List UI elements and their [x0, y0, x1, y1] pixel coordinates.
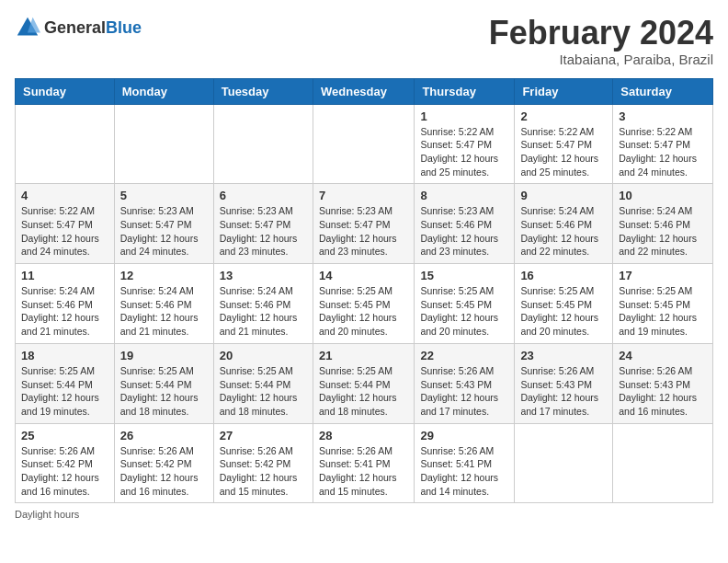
day-number: 13 — [220, 269, 307, 282]
day-number: 12 — [120, 269, 208, 282]
day-info: Sunrise: 5:24 AM Sunset: 5:46 PM Dayligh… — [120, 284, 208, 339]
calendar-cell: 1Sunrise: 5:22 AM Sunset: 5:47 PM Daylig… — [415, 104, 515, 184]
day-info: Sunrise: 5:25 AM Sunset: 5:45 PM Dayligh… — [520, 284, 607, 339]
day-number: 29 — [420, 429, 508, 442]
day-info: Sunrise: 5:26 AM Sunset: 5:43 PM Dayligh… — [520, 364, 607, 419]
day-info: Sunrise: 5:25 AM Sunset: 5:44 PM Dayligh… — [319, 364, 408, 419]
day-number: 6 — [220, 189, 307, 202]
calendar-week-row: 11Sunrise: 5:24 AM Sunset: 5:46 PM Dayli… — [16, 264, 713, 344]
day-info: Sunrise: 5:24 AM Sunset: 5:46 PM Dayligh… — [619, 204, 707, 259]
day-number: 15 — [420, 269, 508, 282]
day-info: Sunrise: 5:22 AM Sunset: 5:47 PM Dayligh… — [21, 204, 108, 259]
calendar-week-row: 4Sunrise: 5:22 AM Sunset: 5:47 PM Daylig… — [16, 184, 713, 264]
location-subtitle: Itabaiana, Paraiba, Brazil — [489, 52, 713, 67]
day-info: Sunrise: 5:23 AM Sunset: 5:47 PM Dayligh… — [220, 204, 307, 259]
calendar-cell — [114, 104, 213, 184]
calendar-cell: 4Sunrise: 5:22 AM Sunset: 5:47 PM Daylig… — [16, 184, 115, 264]
calendar-week-row: 1Sunrise: 5:22 AM Sunset: 5:47 PM Daylig… — [16, 104, 713, 184]
calendar-cell: 22Sunrise: 5:26 AM Sunset: 5:43 PM Dayli… — [415, 343, 515, 423]
calendar-cell: 18Sunrise: 5:25 AM Sunset: 5:44 PM Dayli… — [16, 343, 115, 423]
calendar-cell — [16, 104, 115, 184]
day-info: Sunrise: 5:23 AM Sunset: 5:47 PM Dayligh… — [319, 204, 408, 259]
logo-blue: Blue — [106, 18, 142, 37]
calendar-cell: 9Sunrise: 5:24 AM Sunset: 5:46 PM Daylig… — [515, 184, 613, 264]
page-header: GeneralBlue February 2024 Itabaiana, Par… — [15, 15, 713, 67]
day-info: Sunrise: 5:26 AM Sunset: 5:42 PM Dayligh… — [120, 444, 208, 499]
calendar-cell: 6Sunrise: 5:23 AM Sunset: 5:47 PM Daylig… — [213, 184, 313, 264]
calendar-day-header: Friday — [515, 78, 613, 104]
day-info: Sunrise: 5:26 AM Sunset: 5:41 PM Dayligh… — [420, 444, 508, 499]
calendar-cell: 24Sunrise: 5:26 AM Sunset: 5:43 PM Dayli… — [613, 343, 713, 423]
calendar-cell: 25Sunrise: 5:26 AM Sunset: 5:42 PM Dayli… — [16, 423, 115, 503]
day-info: Sunrise: 5:22 AM Sunset: 5:47 PM Dayligh… — [619, 125, 707, 179]
calendar-cell: 2Sunrise: 5:22 AM Sunset: 5:47 PM Daylig… — [515, 104, 613, 184]
day-info: Sunrise: 5:24 AM Sunset: 5:46 PM Dayligh… — [220, 284, 307, 339]
day-number: 24 — [619, 349, 707, 362]
calendar-cell: 27Sunrise: 5:26 AM Sunset: 5:42 PM Dayli… — [213, 423, 313, 503]
day-info: Sunrise: 5:26 AM Sunset: 5:41 PM Dayligh… — [319, 444, 408, 499]
calendar-cell: 17Sunrise: 5:25 AM Sunset: 5:45 PM Dayli… — [613, 264, 713, 344]
day-info: Sunrise: 5:25 AM Sunset: 5:45 PM Dayligh… — [319, 284, 408, 339]
day-number: 14 — [319, 269, 408, 282]
day-number: 18 — [21, 349, 108, 362]
day-info: Sunrise: 5:26 AM Sunset: 5:43 PM Dayligh… — [619, 364, 707, 419]
day-number: 20 — [220, 349, 307, 362]
day-info: Sunrise: 5:25 AM Sunset: 5:44 PM Dayligh… — [120, 364, 208, 419]
day-info: Sunrise: 5:26 AM Sunset: 5:42 PM Dayligh… — [220, 444, 307, 499]
logo-general: General — [44, 18, 106, 37]
day-number: 4 — [21, 189, 108, 202]
calendar-cell — [213, 104, 313, 184]
footer: Daylight hours — [15, 509, 713, 520]
day-number: 16 — [520, 269, 607, 282]
calendar-day-header: Wednesday — [313, 78, 414, 104]
calendar-header-row: SundayMondayTuesdayWednesdayThursdayFrid… — [16, 78, 713, 104]
calendar-cell: 13Sunrise: 5:24 AM Sunset: 5:46 PM Dayli… — [213, 264, 313, 344]
calendar-cell: 20Sunrise: 5:25 AM Sunset: 5:44 PM Dayli… — [213, 343, 313, 423]
calendar-cell: 14Sunrise: 5:25 AM Sunset: 5:45 PM Dayli… — [313, 264, 414, 344]
day-number: 11 — [21, 269, 108, 282]
calendar-cell: 11Sunrise: 5:24 AM Sunset: 5:46 PM Dayli… — [16, 264, 115, 344]
day-info: Sunrise: 5:25 AM Sunset: 5:45 PM Dayligh… — [420, 284, 508, 339]
day-number: 21 — [319, 349, 408, 362]
calendar-cell: 15Sunrise: 5:25 AM Sunset: 5:45 PM Dayli… — [415, 264, 515, 344]
title-block: February 2024 Itabaiana, Paraiba, Brazil — [489, 15, 713, 67]
calendar-cell: 12Sunrise: 5:24 AM Sunset: 5:46 PM Dayli… — [114, 264, 213, 344]
logo: GeneralBlue — [15, 15, 142, 40]
calendar-cell: 10Sunrise: 5:24 AM Sunset: 5:46 PM Dayli… — [613, 184, 713, 264]
calendar-cell: 26Sunrise: 5:26 AM Sunset: 5:42 PM Dayli… — [114, 423, 213, 503]
day-number: 10 — [619, 189, 707, 202]
day-info: Sunrise: 5:23 AM Sunset: 5:46 PM Dayligh… — [420, 204, 508, 259]
calendar-cell — [613, 423, 713, 503]
calendar-cell: 19Sunrise: 5:25 AM Sunset: 5:44 PM Dayli… — [114, 343, 213, 423]
day-number: 19 — [120, 349, 208, 362]
calendar-day-header: Saturday — [613, 78, 713, 104]
calendar-cell: 29Sunrise: 5:26 AM Sunset: 5:41 PM Dayli… — [415, 423, 515, 503]
day-number: 27 — [220, 429, 307, 442]
day-number: 3 — [619, 109, 707, 123]
calendar-day-header: Thursday — [415, 78, 515, 104]
calendar-cell: 5Sunrise: 5:23 AM Sunset: 5:47 PM Daylig… — [114, 184, 213, 264]
day-number: 17 — [619, 269, 707, 282]
calendar-week-row: 25Sunrise: 5:26 AM Sunset: 5:42 PM Dayli… — [16, 423, 713, 503]
calendar-day-header: Sunday — [16, 78, 115, 104]
day-info: Sunrise: 5:25 AM Sunset: 5:44 PM Dayligh… — [21, 364, 108, 419]
logo-icon — [15, 15, 40, 40]
day-info: Sunrise: 5:22 AM Sunset: 5:47 PM Dayligh… — [520, 125, 607, 179]
day-info: Sunrise: 5:23 AM Sunset: 5:47 PM Dayligh… — [120, 204, 208, 259]
calendar-table: SundayMondayTuesdayWednesdayThursdayFrid… — [15, 78, 713, 504]
day-info: Sunrise: 5:26 AM Sunset: 5:43 PM Dayligh… — [420, 364, 508, 419]
calendar-cell: 21Sunrise: 5:25 AM Sunset: 5:44 PM Dayli… — [313, 343, 414, 423]
calendar-cell: 8Sunrise: 5:23 AM Sunset: 5:46 PM Daylig… — [415, 184, 515, 264]
calendar-day-header: Tuesday — [213, 78, 313, 104]
calendar-cell — [515, 423, 613, 503]
day-number: 7 — [319, 189, 408, 202]
calendar-cell: 16Sunrise: 5:25 AM Sunset: 5:45 PM Dayli… — [515, 264, 613, 344]
day-number: 2 — [520, 109, 607, 123]
month-year-title: February 2024 — [489, 15, 713, 52]
day-number: 23 — [520, 349, 607, 362]
day-number: 8 — [420, 189, 508, 202]
calendar-cell: 3Sunrise: 5:22 AM Sunset: 5:47 PM Daylig… — [613, 104, 713, 184]
calendar-day-header: Monday — [114, 78, 213, 104]
day-number: 5 — [120, 189, 208, 202]
calendar-cell — [313, 104, 414, 184]
